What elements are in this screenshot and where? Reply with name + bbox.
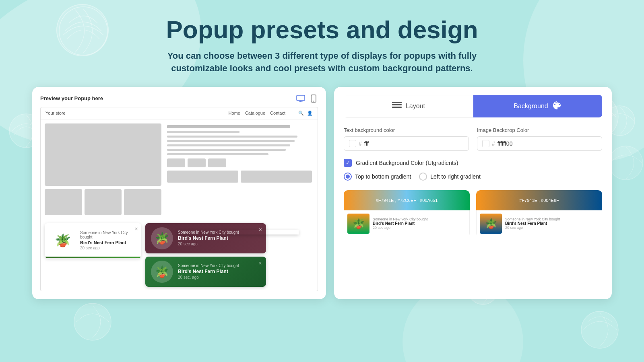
mobile-icon[interactable] [309, 95, 318, 102]
gradient-checkbox[interactable]: ✓ [344, 159, 352, 167]
main-content: Preview your Popup here [0, 87, 644, 299]
preset-2-label: #F7941E , #004E8F [519, 198, 559, 203]
image-backdrop-field: Image Backdrop Color # ffffff00 [477, 127, 602, 151]
popup-dark-text: Someone in New York City bought Bird's N… [178, 230, 299, 246]
thumb-2 [85, 189, 122, 215]
popup-area: 🪴 Someone in New York City bought Bird's… [41, 219, 318, 291]
image-backdrop-swatch [482, 140, 489, 147]
tab-layout-label: Layout [406, 103, 425, 110]
popup-dark-time: 20 sec ago [178, 242, 299, 246]
image-backdrop-input[interactable]: # ffffff00 [477, 136, 602, 151]
btn-1 [167, 158, 185, 167]
popup-dark-product: Bird's Nest Fern Plant [178, 235, 299, 241]
text-line-5 [167, 144, 290, 146]
store-nav: Your store Home Catalogue Contact 🔍 👤 [41, 107, 318, 119]
text-bg-swatch [349, 140, 356, 147]
radio-left-right-label: Left to right gradient [430, 173, 481, 180]
svg-rect-11 [392, 102, 402, 103]
radio-left-right-btn[interactable] [419, 173, 427, 181]
product-image [45, 123, 161, 186]
nav-contact: Contact [270, 111, 285, 115]
text-bg-label: Text background color [344, 127, 469, 133]
popup-white-green: 🪴 Someone in New York City bought Bird's… [45, 223, 141, 258]
radio-top-bottom[interactable]: Top to bottom gradient [344, 173, 411, 181]
gradient-direction-row: Top to bottom gradient Left to right gra… [344, 173, 602, 181]
text-line-1 [167, 125, 290, 128]
popup-dark-large: 🪴 Someone in New York City bought Bird's… [145, 223, 266, 253]
person-icon: 👤 [307, 111, 313, 116]
text-line-7 [167, 153, 268, 155]
popup-someone-text: Someone in New York City bought [80, 230, 137, 239]
popup-white-top: 🪴 Someone in New York City bought Bird's… [45, 223, 141, 257]
nav-catalogue: Catalogue [245, 111, 265, 115]
preset-1-thumb: 🪴 [347, 214, 369, 234]
text-line-4 [167, 140, 295, 142]
preset-card-1[interactable]: #F7941E , #72C6EF , #00A651 🪴 Someone in… [344, 190, 470, 237]
yarn-bottomright [580, 310, 620, 350]
desktop-icon[interactable] [296, 95, 305, 102]
preset-2-gradient: #F7941E , #004E8F [476, 190, 602, 210]
image-backdrop-label: Image Backdrop Color [477, 127, 602, 133]
check-icon: ✓ [346, 160, 350, 166]
btn-row [167, 158, 312, 167]
text-line-3 [167, 136, 297, 138]
gradient-checkbox-row: ✓ Gradient Background Color (UIgradients… [344, 159, 602, 167]
text-line-2 [167, 131, 239, 133]
preset-2-product: Bird's Nest Fern Plant [505, 221, 560, 226]
preview-panel: Preview your Popup here [32, 87, 326, 299]
action-btn-2 [241, 171, 312, 183]
popup-green-bar [45, 257, 141, 258]
radio-top-bottom-label: Top to bottom gradient [355, 173, 411, 180]
text-bg-input[interactable]: # fff [344, 136, 469, 151]
preset-1-label: #F7941E , #72C6EF , #00A651 [376, 198, 438, 203]
store-content [41, 119, 318, 219]
svg-point-2 [74, 303, 111, 340]
thumb-3 [124, 189, 161, 215]
action-btns [167, 171, 312, 183]
preset-2-time: 20 sec ago [505, 226, 560, 230]
tab-layout[interactable]: Layout [344, 95, 473, 117]
popup-dark-someone: Someone in New York City bought [178, 230, 299, 234]
hash-symbol-2: # [492, 140, 495, 147]
preset-1-text: Someone in New York City bought Bird's N… [373, 217, 428, 230]
popup-green-time: 20 sec. ago [178, 275, 239, 280]
store-nav-links: Home Catalogue Contact [229, 111, 285, 115]
popup-green-text: Someone in New York City bought Bird's N… [178, 263, 239, 280]
radio-top-bottom-btn[interactable] [344, 173, 352, 181]
product-thumbs [45, 189, 161, 215]
popup-dark-close[interactable]: × [259, 226, 262, 233]
search-icon: 🔍 [298, 111, 304, 116]
page-subtitle: You can choose between 3 different type … [141, 50, 503, 75]
popup-green-product: Bird's Nest Fern Plant [178, 269, 239, 274]
popup-stack-right: 🪴 Someone in New York City bought Bird's… [145, 223, 314, 287]
tab-background[interactable]: Background [473, 95, 602, 117]
preset-2-thumb: 🪴 [480, 214, 502, 234]
preset-1-preview: 🪴 Someone in New York City bought Bird's… [344, 210, 470, 237]
settings-panel: Layout Background Text background color … [334, 87, 612, 299]
thumb-1 [45, 189, 82, 215]
store-right [165, 123, 314, 215]
popup-dark-img: 🪴 [151, 227, 173, 249]
popup-close-white[interactable]: × [135, 226, 138, 232]
yarn-bottomleft [72, 302, 113, 342]
nav-home: Home [229, 111, 240, 115]
preview-title: Preview your Popup here [40, 95, 103, 101]
radio-left-right[interactable]: Left to right gradient [419, 173, 481, 181]
popup-green-close[interactable]: × [259, 260, 262, 266]
preset-1-product: Bird's Nest Fern Plant [373, 221, 428, 226]
preset-2-someone: Someone in New York City bought [505, 217, 560, 221]
color-settings-row: Text background color # fff Image Backdr… [344, 127, 602, 151]
preset-card-2[interactable]: #F7941E , #004E8F 🪴 Someone in New York … [476, 190, 602, 237]
popup-product-text: Bird's Nest Fern Plant [80, 240, 137, 245]
preset-1-someone: Someone in New York City bought [373, 217, 428, 221]
hash-symbol-1: # [359, 140, 362, 147]
btn-3 [208, 158, 226, 167]
tabs: Layout Background [344, 95, 602, 117]
text-bg-value: fff [364, 140, 369, 147]
text-line-6 [167, 149, 286, 151]
store-left [45, 123, 161, 215]
store-mockup: Your store Home Catalogue Contact 🔍 👤 [40, 107, 318, 291]
palette-icon [552, 101, 562, 112]
gradient-checkbox-label: Gradient Background Color (UIgradients) [356, 160, 458, 166]
svg-point-10 [313, 101, 314, 101]
